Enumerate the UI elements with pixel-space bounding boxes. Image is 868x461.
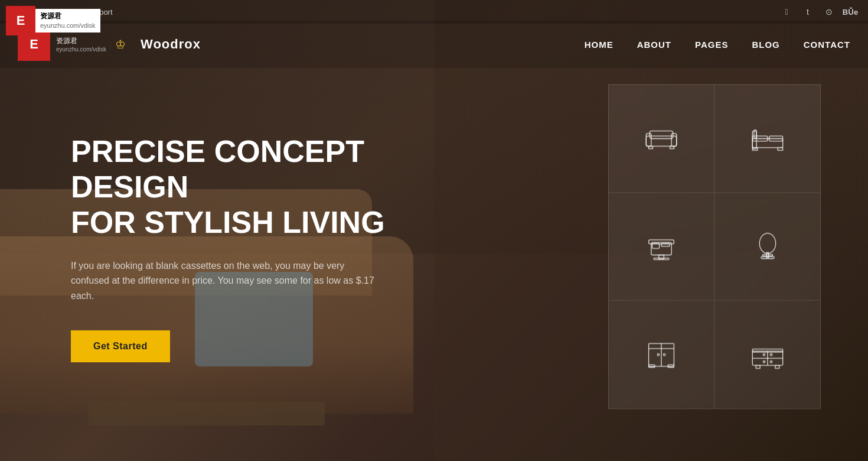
brand-name: Woodrox <box>141 37 201 52</box>
behance-icon[interactable]: BǓe <box>844 6 856 18</box>
svg-rect-38 <box>775 365 779 368</box>
svg-rect-0 <box>646 136 676 146</box>
hero-title-line2: FOR STYLISH LIVING <box>71 205 385 239</box>
social-icons:  t ⊙ BǓe <box>781 6 856 18</box>
svg-point-36 <box>770 361 772 362</box>
svg-rect-2 <box>671 134 677 146</box>
crown-icon: ♔ <box>115 37 126 51</box>
hero-title-line1: PRECISE CONCEPT DESIGN <box>71 134 364 204</box>
mirror-icon <box>747 229 788 264</box>
svg-point-26 <box>663 353 665 355</box>
hero-left: PRECISE CONCEPT DESIGN FOR STYLISH LIVIN… <box>71 99 472 362</box>
svg-rect-1 <box>646 134 651 146</box>
facebook-icon[interactable]:  <box>781 6 792 18</box>
navbar: E 资源君 eyunzhu.com/vdisk ♔ Woodrox HOME A… <box>0 21 868 68</box>
furniture-cabinet[interactable] <box>714 301 820 409</box>
svg-point-25 <box>657 353 659 355</box>
svg-rect-37 <box>756 365 760 368</box>
bed-icon <box>747 121 788 156</box>
svg-rect-11 <box>778 148 783 150</box>
svg-point-19 <box>759 233 775 254</box>
nav-menu: HOME ABOUT PAGES BLOG CONTACT <box>585 40 850 50</box>
svg-point-34 <box>770 353 772 355</box>
furniture-desk[interactable] <box>609 193 714 301</box>
desk-icon <box>641 229 682 264</box>
watermark: E 资源君 eyunzhu.com/vdisk <box>6 6 100 35</box>
nav-about[interactable]: ABOUT <box>637 40 671 50</box>
nav-contact[interactable]: CONTACT <box>804 40 850 50</box>
furniture-mirror[interactable] <box>714 193 820 301</box>
nav-home[interactable]: HOME <box>585 40 614 50</box>
furniture-sofa[interactable] <box>609 85 714 193</box>
svg-rect-3 <box>650 131 673 138</box>
logo-chinese: 资源君 <box>56 36 106 46</box>
furniture-panel <box>608 85 821 410</box>
svg-point-35 <box>763 361 765 362</box>
watermark-badge: E <box>6 6 35 35</box>
svg-rect-9 <box>752 131 756 148</box>
dribbble-icon[interactable]: ⊙ <box>823 6 835 18</box>
wardrobe-icon <box>641 337 682 372</box>
furniture-wardrobe[interactable] <box>609 301 714 409</box>
hero-subtitle: If you are looking at blank cassettes on… <box>71 258 378 304</box>
watermark-text: 资源君 eyunzhu.com/vdisk <box>35 9 100 33</box>
svg-rect-5 <box>670 146 674 148</box>
twitter-icon[interactable]: t <box>802 6 814 18</box>
furniture-bed[interactable] <box>714 85 820 193</box>
svg-point-33 <box>763 353 765 355</box>
logo-text: 资源君 eyunzhu.com/vdisk <box>56 36 106 53</box>
svg-rect-15 <box>659 255 664 259</box>
hero-title: PRECISE CONCEPT DESIGN FOR STYLISH LIVIN… <box>71 134 472 240</box>
svg-rect-4 <box>649 146 653 148</box>
logo-url: eyunzhu.com/vdisk <box>56 46 106 53</box>
sofa-icon <box>641 121 682 156</box>
svg-rect-22 <box>762 255 772 257</box>
nav-blog[interactable]: BLOG <box>752 40 779 50</box>
nav-pages[interactable]: PAGES <box>695 40 728 50</box>
cabinet-icon <box>747 337 788 372</box>
get-started-button[interactable]: Get Started <box>71 330 170 362</box>
topbar: Visit Us Online Support  t ⊙ BǓe <box>0 0 868 24</box>
